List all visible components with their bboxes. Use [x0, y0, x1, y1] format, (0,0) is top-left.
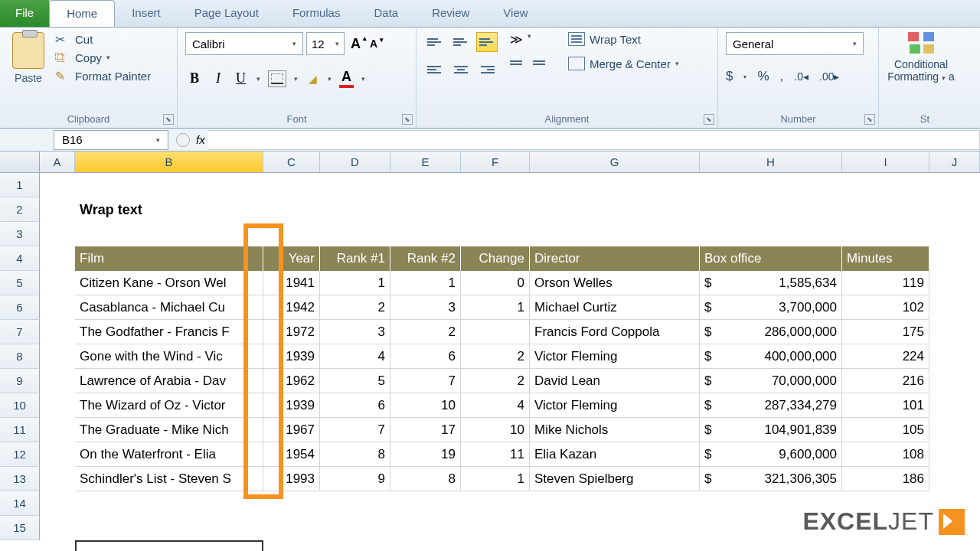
- cell[interactable]: $104,901,839: [700, 418, 842, 442]
- format-painter-button[interactable]: Format Painter: [55, 69, 151, 83]
- cell[interactable]: Michael Curtiz: [530, 295, 700, 320]
- cell[interactable]: 119: [842, 271, 929, 295]
- cell[interactable]: Citizen Kane - Orson Wel: [75, 271, 263, 295]
- align-center-button[interactable]: [450, 60, 472, 80]
- cell[interactable]: $9,600,000: [700, 442, 842, 467]
- cell[interactable]: 1962: [263, 369, 320, 393]
- cell[interactable]: $400,000,000: [700, 344, 842, 369]
- th-min[interactable]: Minutes: [842, 246, 929, 271]
- cell[interactable]: 2: [320, 295, 390, 320]
- cell[interactable]: 6: [320, 393, 390, 418]
- cell[interactable]: 11: [461, 442, 530, 467]
- cell[interactable]: 4: [461, 393, 530, 418]
- cell[interactable]: 175: [842, 320, 929, 344]
- cell[interactable]: Lawrence of Arabia - Dav: [75, 369, 263, 393]
- cell[interactable]: 3: [390, 295, 461, 320]
- row-header[interactable]: 9: [0, 369, 40, 393]
- cell[interactable]: 1967: [263, 418, 320, 442]
- grow-font-button[interactable]: A▴: [348, 34, 364, 54]
- cell[interactable]: 9: [320, 467, 390, 491]
- cell[interactable]: 108: [842, 442, 929, 467]
- cell[interactable]: Steven Spielberg: [530, 467, 700, 491]
- cell[interactable]: Schindler's List - Steven S: [75, 467, 263, 491]
- cell[interactable]: 1993: [263, 467, 320, 491]
- th-rank1[interactable]: Rank #1: [320, 246, 390, 271]
- cell[interactable]: 105: [842, 418, 929, 442]
- row-header[interactable]: 5: [0, 271, 40, 295]
- row-header[interactable]: 3: [0, 222, 40, 246]
- cell[interactable]: 1: [461, 295, 530, 320]
- cell[interactable]: 1954: [263, 442, 320, 467]
- align-middle-button[interactable]: [450, 32, 472, 52]
- shrink-font-button[interactable]: A▾: [367, 36, 381, 51]
- align-left-button[interactable]: [424, 60, 446, 80]
- merge-center-button[interactable]: Merge & Center ▾: [568, 57, 679, 70]
- th-film[interactable]: Film: [75, 246, 263, 271]
- formula-input[interactable]: [208, 130, 980, 150]
- cell[interactable]: 186: [842, 467, 929, 491]
- cell[interactable]: $321,306,305: [700, 467, 842, 491]
- tab-home[interactable]: Home: [49, 0, 115, 27]
- cell[interactable]: 10: [390, 393, 461, 418]
- tab-review[interactable]: Review: [415, 0, 486, 27]
- cell[interactable]: The Godfather - Francis F: [75, 320, 263, 344]
- title-cell[interactable]: Wrap text: [75, 197, 305, 222]
- th-director[interactable]: Director: [530, 246, 700, 271]
- cell[interactable]: Victor Fleming: [530, 393, 700, 418]
- cell[interactable]: 2: [461, 369, 530, 393]
- fx-icon[interactable]: fx: [196, 133, 205, 146]
- align-right-button[interactable]: [476, 60, 498, 80]
- number-format-select[interactable]: General▾: [726, 32, 864, 55]
- col-header[interactable]: I: [842, 152, 929, 172]
- italic-button[interactable]: I: [211, 69, 225, 88]
- tab-view[interactable]: View: [486, 0, 544, 27]
- worksheet-grid[interactable]: A B C D E F G H I J 1 2Wrap text 3 4 Fil…: [0, 152, 980, 540]
- cell[interactable]: $70,000,000: [700, 369, 842, 393]
- row-header[interactable]: 13: [0, 467, 40, 491]
- cell[interactable]: Casablanca - Michael Cu: [75, 295, 263, 320]
- tab-file[interactable]: File: [0, 0, 49, 27]
- cell[interactable]: 10: [461, 418, 530, 442]
- row-header[interactable]: 6: [0, 295, 40, 320]
- cell[interactable]: 101: [842, 393, 929, 418]
- cell[interactable]: 19: [390, 442, 461, 467]
- col-header[interactable]: H: [700, 152, 842, 172]
- th-box[interactable]: Box office: [700, 246, 842, 271]
- alignment-launcher[interactable]: ⬊: [704, 114, 714, 125]
- fill-color-button[interactable]: [305, 71, 320, 86]
- col-header[interactable]: G: [530, 152, 700, 172]
- row-header[interactable]: 1: [0, 173, 40, 197]
- cell[interactable]: 3: [320, 320, 390, 344]
- cell[interactable]: Victor Fleming: [530, 344, 700, 369]
- decrease-indent-button[interactable]: [510, 54, 528, 71]
- th-year[interactable]: Year: [263, 246, 320, 271]
- cancel-icon[interactable]: [176, 133, 190, 147]
- cell[interactable]: 7: [320, 418, 390, 442]
- cell[interactable]: On the Waterfront - Elia: [75, 442, 263, 467]
- select-all-corner[interactable]: [0, 152, 40, 172]
- cell[interactable]: $287,334,279: [700, 393, 842, 418]
- increase-decimal-button[interactable]: .0◂: [794, 70, 808, 83]
- cell[interactable]: 17: [390, 418, 461, 442]
- cell[interactable]: 102: [842, 295, 929, 320]
- cell[interactable]: 6: [390, 344, 461, 369]
- cell[interactable]: 7: [390, 369, 461, 393]
- col-header[interactable]: J: [929, 152, 980, 172]
- decrease-decimal-button[interactable]: .00▸: [819, 70, 839, 83]
- col-header[interactable]: B: [75, 152, 263, 172]
- cell[interactable]: Orson Welles: [530, 271, 700, 295]
- cell[interactable]: 1941: [263, 271, 320, 295]
- tab-pagelayout[interactable]: Page Layout: [178, 0, 276, 27]
- row-header[interactable]: 7: [0, 320, 40, 344]
- th-change[interactable]: Change: [461, 246, 530, 271]
- cell[interactable]: 4: [320, 344, 390, 369]
- cell[interactable]: 1939: [263, 344, 320, 369]
- wrap-text-button[interactable]: Wrap Text: [568, 32, 679, 46]
- border-button[interactable]: [268, 70, 286, 87]
- paste-button[interactable]: Paste: [8, 32, 49, 84]
- font-name-select[interactable]: Calibri▾: [185, 32, 303, 55]
- cell[interactable]: $286,000,000: [700, 320, 842, 344]
- tab-data[interactable]: Data: [357, 0, 415, 27]
- cell[interactable]: 2: [461, 344, 530, 369]
- name-box[interactable]: B16▾: [54, 130, 168, 150]
